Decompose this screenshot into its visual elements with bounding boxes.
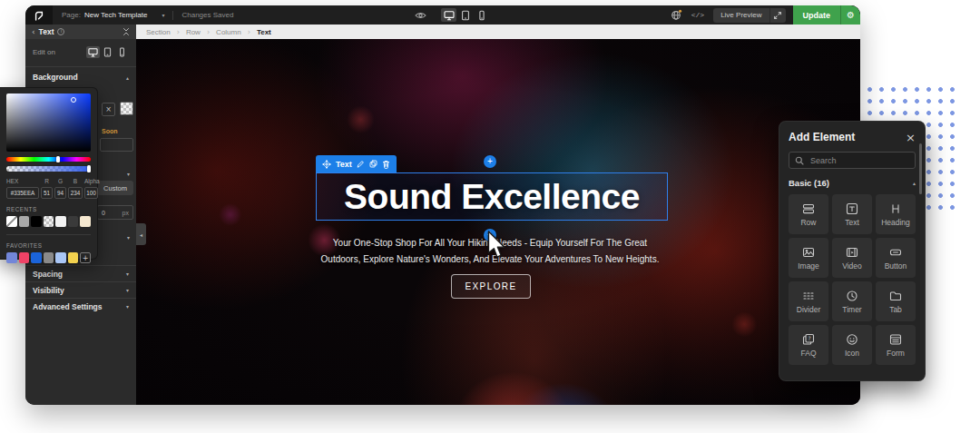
g-input[interactable]: 94: [54, 187, 66, 199]
favorite-swatch[interactable]: [31, 252, 42, 263]
top-bar: Page: New Tech Template ▾ Changes Saved: [25, 5, 860, 25]
smiley-icon: [846, 333, 858, 346]
publish-globe-button[interactable]: [671, 9, 682, 21]
element-tile-heading[interactable]: Heading: [876, 194, 916, 234]
caret-down-icon[interactable]: ▾: [127, 234, 130, 241]
b-input[interactable]: 234: [68, 187, 83, 199]
recent-swatch[interactable]: [55, 216, 66, 227]
add-favorite-button[interactable]: +: [80, 252, 91, 263]
recent-swatch[interactable]: [80, 216, 91, 227]
hero-heading[interactable]: Sound Excellence: [344, 177, 640, 217]
breadcrumb-text[interactable]: Text: [257, 28, 271, 36]
offset-input[interactable]: 0 px: [97, 205, 133, 220]
element-tile-button[interactable]: Button: [876, 238, 916, 278]
favorite-swatch[interactable]: [68, 252, 79, 263]
recent-swatch[interactable]: [31, 216, 42, 227]
tile-label: Row: [800, 218, 816, 227]
duplicate-icon[interactable]: [369, 160, 377, 168]
background-color-swatch[interactable]: [120, 102, 133, 115]
tile-label: Form: [887, 349, 905, 358]
element-tile-icon[interactable]: Icon: [832, 325, 872, 365]
clear-color-button[interactable]: ×: [102, 103, 115, 116]
breadcrumb-column[interactable]: Column: [216, 28, 241, 36]
element-tile-timer[interactable]: Timer: [832, 281, 872, 321]
droip-logo[interactable]: [25, 5, 53, 25]
section-background[interactable]: Background ▴: [25, 66, 136, 87]
alpha-input[interactable]: 100: [84, 187, 98, 199]
breadcrumb-section[interactable]: Section: [146, 28, 171, 36]
edit-on-row: Edit on: [25, 39, 136, 66]
hex-label: HEX: [6, 178, 39, 184]
saturation-value-area[interactable]: [6, 93, 91, 152]
breadcrumb-row[interactable]: Row: [186, 28, 201, 36]
element-tile-form[interactable]: Form: [876, 325, 916, 365]
basic-group-header[interactable]: Basic (16) ▴: [789, 178, 916, 188]
color-value-labels: HEX R G B Alpha: [6, 178, 91, 184]
code-view-button[interactable]: </>: [691, 11, 704, 19]
element-tile-image[interactable]: Image: [789, 238, 828, 278]
expand-arrows-icon[interactable]: [770, 11, 786, 20]
insert-above-button[interactable]: +: [484, 155, 496, 168]
preview-eye-button[interactable]: [415, 11, 426, 20]
tile-label: Tab: [889, 305, 902, 314]
device-desktop-button[interactable]: [441, 8, 456, 22]
element-tile-text[interactable]: Text: [832, 194, 872, 234]
collapse-panel-icon[interactable]: [122, 27, 130, 36]
edit-on-tablet-button[interactable]: [101, 46, 114, 58]
close-icon[interactable]: ×: [906, 132, 916, 143]
info-icon[interactable]: i: [57, 28, 64, 35]
alpha-slider[interactable]: [6, 166, 91, 172]
hex-input[interactable]: #335EEA: [6, 187, 39, 199]
hue-slider[interactable]: [6, 157, 91, 162]
device-tablet-button[interactable]: [457, 8, 473, 22]
device-switcher: [441, 8, 489, 22]
element-tile-row[interactable]: Row: [789, 194, 828, 234]
custom-size-button[interactable]: Custom: [97, 181, 133, 195]
r-input[interactable]: 51: [41, 187, 53, 199]
alpha-slider-handle[interactable]: [87, 165, 91, 172]
edit-on-mobile-button[interactable]: [115, 46, 129, 58]
favorite-swatch[interactable]: [19, 252, 30, 263]
page-selector[interactable]: Page: New Tech Template ▾: [62, 11, 164, 19]
element-tile-video[interactable]: Video: [832, 238, 872, 278]
tile-label: Text: [845, 218, 859, 227]
selected-text-element[interactable]: Sound Excellence: [316, 172, 668, 221]
caret-down-icon: ▾: [162, 12, 164, 18]
basic-group-label: Basic (16): [789, 178, 829, 188]
edit-on-device-switcher: [86, 46, 129, 58]
back-chevron-icon[interactable]: ‹: [32, 28, 35, 36]
move-icon[interactable]: [322, 160, 331, 169]
offset-unit: px: [122, 210, 129, 216]
recent-swatch-transparent[interactable]: [44, 216, 54, 227]
device-mobile-button[interactable]: [474, 8, 489, 22]
caret-down-icon[interactable]: ▾: [127, 171, 130, 177]
recent-swatch[interactable]: [68, 216, 79, 227]
recent-swatch[interactable]: [19, 216, 30, 227]
section-spacing[interactable]: Spacing ▾: [25, 265, 136, 281]
favorite-swatch[interactable]: [6, 252, 17, 263]
hue-slider-handle[interactable]: [56, 156, 60, 162]
favorite-swatch[interactable]: [44, 252, 54, 263]
search-input[interactable]: [808, 155, 909, 166]
color-picker-handle[interactable]: [71, 97, 76, 103]
background-image-field[interactable]: [100, 138, 133, 152]
section-advanced-settings[interactable]: Advanced Settings ▾: [25, 298, 136, 314]
delete-trash-icon[interactable]: [382, 160, 390, 169]
edit-on-desktop-button[interactable]: [86, 46, 100, 58]
recent-swatch-none[interactable]: [6, 216, 17, 227]
panel-title: Text: [39, 27, 54, 36]
explore-button[interactable]: EXPLORE: [451, 274, 531, 299]
favorite-swatch[interactable]: [55, 252, 66, 263]
element-tile-faq[interactable]: ? FAQ: [789, 325, 828, 365]
favorites-label: FAVORITES: [6, 242, 91, 249]
chevron-right-icon: ›: [248, 28, 250, 36]
section-visibility[interactable]: Visibility ▾: [25, 281, 136, 298]
panel-scrollbar[interactable]: [919, 143, 922, 194]
edit-pencil-icon[interactable]: [357, 160, 365, 168]
gear-icon[interactable]: ⚙: [841, 10, 860, 20]
element-tile-tab[interactable]: Tab: [876, 281, 916, 321]
element-tile-divider[interactable]: Divider: [789, 281, 828, 321]
editor-canvas[interactable]: Text + Sound Excellence + Your One-Stop …: [136, 39, 860, 405]
update-button[interactable]: Update: [793, 11, 841, 20]
live-preview-button[interactable]: Live Preview: [713, 11, 769, 19]
